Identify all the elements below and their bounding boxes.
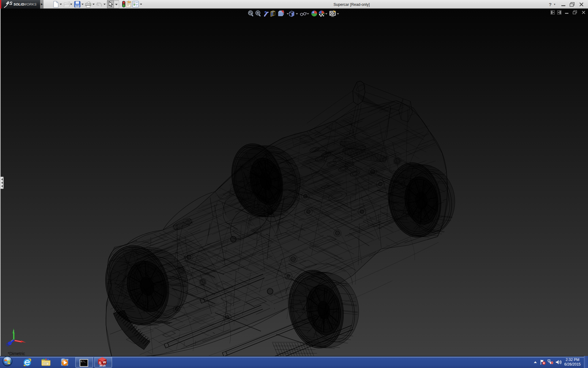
svg-text:WORKS: WORKS	[23, 3, 36, 7]
svg-text:2015: 2015	[100, 364, 106, 367]
svg-text:W: W	[103, 360, 106, 364]
svg-text:SOLID: SOLID	[13, 3, 24, 7]
svg-text:C:\_: C:\_	[81, 360, 86, 363]
